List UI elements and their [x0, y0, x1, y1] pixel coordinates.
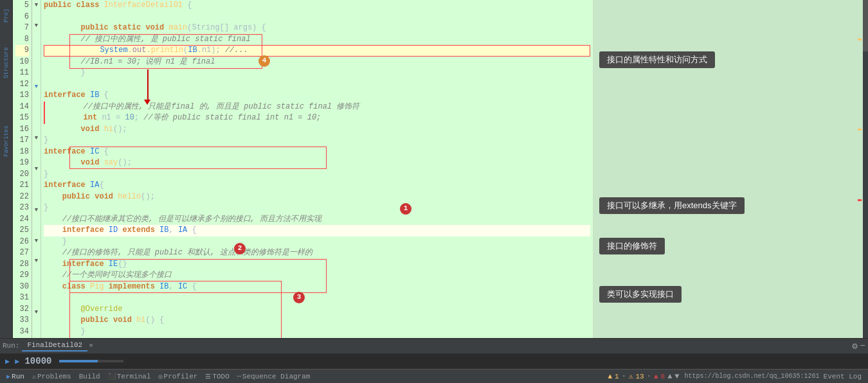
- fold-8: [32, 31, 41, 41]
- minimize-icon[interactable]: −: [860, 341, 865, 351]
- sequence-icon: ↔: [237, 373, 241, 380]
- terminal-btn[interactable]: ⬛ Terminal: [104, 373, 155, 380]
- terminal-label: Terminal: [117, 373, 151, 380]
- code-line-20: }: [44, 169, 590, 181]
- sequence-btn[interactable]: ↔ Sequence Diagram: [233, 373, 314, 380]
- code-line-24: //接口不能继承其它的类, 但是可以继承多个别的接口, 而且方法不用实现: [44, 214, 590, 226]
- fold-28[interactable]: ▼: [32, 236, 41, 246]
- build-btn[interactable]: Build: [75, 373, 104, 380]
- fold-21[interactable]: ▼: [32, 164, 41, 174]
- code-line-23: }: [44, 202, 590, 214]
- fold-18[interactable]: ▼: [32, 133, 41, 143]
- warning-icon: ⚠: [629, 372, 633, 380]
- code-line-21: interface IA{: [44, 180, 590, 192]
- code-line-33: public void hi() {: [44, 315, 590, 326]
- scroll-marker-2: [858, 129, 862, 130]
- event-log-btn[interactable]: Event Log: [820, 373, 865, 380]
- code-line-14: //接口中的属性, 只能是final 的, 而且是 public static …: [44, 102, 590, 113]
- fold-16: [32, 112, 41, 123]
- code-editor-wrapper: 5 6 7 8 9 10 11 12 13 14 15 16 17 18 19 …: [13, 0, 868, 338]
- fold-9: [32, 41, 41, 51]
- scrollbar-thumb[interactable]: [863, 0, 868, 51]
- favorites-icon[interactable]: Favorites: [3, 123, 10, 159]
- main-container: Proj Structure Favorites 5 6 7 8 9 10 11…: [0, 0, 868, 383]
- fold-36: [32, 317, 41, 328]
- fold-35[interactable]: ▼: [32, 307, 41, 317]
- fold-20: [32, 154, 41, 164]
- editor-area: Proj Structure Favorites 5 6 7 8 9 10 11…: [0, 0, 868, 338]
- run-tool-btn[interactable]: ▶ Run: [3, 373, 28, 380]
- run-play-icon[interactable]: ▶: [5, 357, 10, 366]
- run-output: ▶ ▶ 10000: [0, 354, 868, 370]
- tooltip-3: 类可以多实现接口: [599, 286, 682, 303]
- fold-14: [32, 92, 41, 102]
- fold-30[interactable]: ▼: [32, 256, 41, 266]
- profiler-label: Profiler: [164, 373, 198, 380]
- tooltip-4-text: 接口的属性特性和访问方式: [607, 54, 707, 66]
- code-line-28: interface IE{}: [44, 259, 590, 271]
- code-line-5: public class InterfaceDetail01 {: [44, 0, 590, 12]
- progress-fill: [59, 360, 98, 362]
- tooltip-2: 接口的修饰符: [599, 238, 665, 254]
- run-play-icon-2[interactable]: ▶: [15, 357, 19, 366]
- fold-24: [32, 195, 41, 205]
- chevron-down-icon[interactable]: ▼: [674, 372, 679, 381]
- run-btn-label: Run: [12, 373, 24, 380]
- fold-7[interactable]: ▼: [32, 21, 41, 31]
- fold-34: [32, 297, 41, 307]
- scrollbar-right[interactable]: [863, 0, 868, 338]
- code-line-31: [44, 292, 590, 304]
- alert-count: 1: [615, 373, 619, 380]
- code-line-17: }: [44, 135, 590, 147]
- settings-icon[interactable]: ⚙: [852, 341, 857, 352]
- code-line-35: [44, 337, 590, 338]
- code-line-29: //一个类同时可以实现多个接口: [44, 270, 590, 281]
- build-label: Build: [79, 373, 100, 380]
- fold-26: [32, 215, 41, 226]
- problems-btn[interactable]: ⚠ Problems: [28, 373, 75, 380]
- fold-12: [32, 72, 41, 82]
- fold-25[interactable]: ▼: [32, 205, 41, 215]
- code-line-22: public void hello();: [44, 192, 590, 203]
- tooltip-2-text: 接口的修饰符: [607, 241, 657, 251]
- sequence-label: Sequence Diagram: [242, 373, 311, 380]
- right-annotations: 接口的属性特性和访问方式 接口可以多继承，用extends关键字 接口的修饰符 …: [593, 0, 863, 338]
- code-line-16: void hi();: [44, 124, 590, 136]
- scroll-marker-3: [858, 199, 862, 201]
- code-line-12: [44, 79, 590, 91]
- fold-33: [32, 287, 41, 297]
- code-line-7: public static void main(String[] args) {: [44, 22, 590, 34]
- scroll-marker-1: [858, 39, 862, 40]
- chevron-up-icon[interactable]: ▲: [667, 372, 672, 381]
- tab-close-icon[interactable]: ×: [89, 342, 93, 350]
- fold-13[interactable]: ▼: [32, 82, 41, 93]
- problems-label: Problems: [37, 373, 71, 380]
- code-line-25: interface ID extends IB, IA {: [44, 225, 590, 236]
- warning-sep: ·: [622, 372, 626, 381]
- tooltip-1-text: 接口可以多继承，用extends关键字: [607, 200, 737, 211]
- profiler-btn[interactable]: ◎ Profiler: [155, 373, 202, 380]
- code-line-8: // 接口中的属性, 是 public static final: [44, 34, 590, 46]
- code-content[interactable]: public class InterfaceDetail01 { public …: [41, 0, 593, 338]
- project-icon[interactable]: Proj: [3, 3, 10, 28]
- problems-icon: ⚠: [32, 373, 36, 380]
- run-tab-active[interactable]: FinalDetail02: [22, 340, 87, 352]
- todo-btn[interactable]: ☰ TODO: [201, 373, 233, 380]
- alert-icon: ▲: [608, 373, 612, 380]
- fold-5[interactable]: ▼: [32, 0, 41, 10]
- profiler-icon: ◎: [159, 373, 163, 380]
- fold-23: [32, 184, 41, 195]
- code-container[interactable]: 5 6 7 8 9 10 11 12 13 14 15 16 17 18 19 …: [13, 0, 868, 338]
- progress-bar: [59, 360, 123, 362]
- todo-label: TODO: [212, 373, 229, 380]
- tooltip-3-text: 类可以多实现接口: [607, 289, 674, 299]
- structure-icon[interactable]: Structure: [3, 44, 10, 82]
- line-numbers: 5 6 7 8 9 10 11 12 13 14 15 16 17 18 19 …: [13, 0, 32, 338]
- code-line-34: }: [44, 326, 590, 338]
- terminal-icon: ⬛: [108, 373, 116, 380]
- code-line-13: interface IB {: [44, 90, 590, 102]
- error-count: 8: [661, 373, 665, 380]
- code-line-19: void say();: [44, 157, 590, 169]
- fold-17: [32, 123, 41, 133]
- bottom-toolbar: ▶ Run ⚠ Problems Build ⬛ Terminal ◎ Prof…: [0, 369, 868, 383]
